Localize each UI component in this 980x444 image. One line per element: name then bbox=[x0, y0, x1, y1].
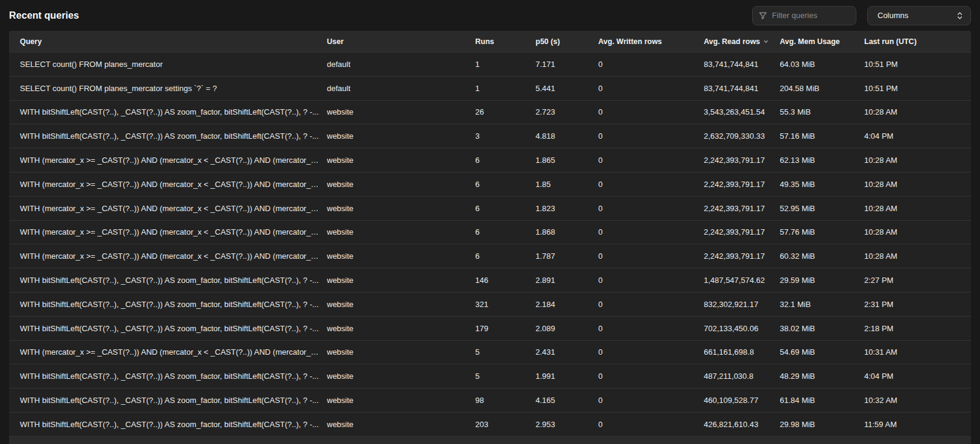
table-row[interactable]: WITH bitShiftLeft(CAST(?..), _CAST(?..))… bbox=[9, 364, 971, 388]
table-row[interactable]: WITH (mercator_x >= _CAST(?..)) AND (mer… bbox=[9, 244, 971, 268]
cell-p50: 2.089 bbox=[536, 324, 598, 333]
cell-avg-read-rows: 702,133,450.06 bbox=[704, 324, 780, 333]
table-row[interactable]: WITH (mercator_x >= _CAST(?..)) AND (mer… bbox=[9, 340, 971, 364]
cell-avg-written-rows: 0 bbox=[598, 227, 704, 236]
cell-avg-read-rows: 2,242,393,791.17 bbox=[704, 204, 780, 213]
cell-avg-read-rows: 2,242,393,791.17 bbox=[704, 252, 780, 261]
cell-runs: 1 bbox=[475, 84, 536, 93]
column-header-query[interactable]: Query bbox=[20, 37, 327, 46]
cell-user: website bbox=[327, 276, 475, 285]
table-row[interactable]: WITH (mercator_x >= _CAST(?..)) AND (mer… bbox=[9, 196, 971, 220]
cell-last-run: 4:04 PM bbox=[864, 132, 971, 141]
cell-avg-written-rows: 0 bbox=[598, 180, 704, 189]
cell-avg-mem-usage: 55.3 MiB bbox=[780, 107, 864, 116]
cell-last-run: 10:51 PM bbox=[864, 84, 971, 93]
filter-queries-input[interactable] bbox=[772, 11, 850, 20]
cell-query: WITH bitShiftLeft(CAST(?..), _CAST(?..))… bbox=[20, 107, 327, 116]
filter-queries-input-wrapper[interactable] bbox=[752, 6, 856, 25]
table-row[interactable]: WITH (mercator_x >= _CAST(?..)) AND (mer… bbox=[9, 172, 971, 196]
cell-query: WITH bitShiftLeft(CAST(?..), _CAST(?..))… bbox=[20, 276, 327, 285]
cell-last-run: 10:32 AM bbox=[864, 396, 971, 405]
column-header-user[interactable]: User bbox=[327, 37, 475, 46]
cell-avg-written-rows: 0 bbox=[598, 396, 704, 405]
table-row[interactable]: SELECT count() FROM planes_mercator defa… bbox=[9, 52, 971, 76]
cell-query: WITH (mercator_x >= _CAST(?..)) AND (mer… bbox=[20, 204, 327, 213]
cell-user: default bbox=[327, 84, 475, 93]
table-header-row: Query User Runs p50 (s) Avg. Written row… bbox=[9, 31, 971, 52]
cell-last-run: 4:04 PM bbox=[864, 372, 971, 381]
cell-p50: 2.723 bbox=[536, 107, 598, 116]
cell-query: WITH bitShiftLeft(CAST(?..), _CAST(?..))… bbox=[20, 372, 327, 381]
column-header-label: Last run (UTC) bbox=[864, 37, 917, 46]
table-row[interactable]: WITH (mercator_x >= _CAST(?..)) AND (mer… bbox=[9, 220, 971, 244]
cell-avg-written-rows: 0 bbox=[598, 132, 704, 141]
cell-p50: 2.953 bbox=[536, 420, 598, 429]
cell-p50: 5.441 bbox=[536, 84, 598, 93]
cell-avg-mem-usage: 54.69 MiB bbox=[780, 347, 864, 357]
cell-last-run: 2:31 PM bbox=[864, 300, 971, 309]
cell-user: website bbox=[327, 204, 475, 213]
toolbar-controls: Columns bbox=[752, 6, 971, 25]
cell-query: WITH bitShiftLeft(CAST(?..), _CAST(?..))… bbox=[20, 300, 327, 309]
cell-user: website bbox=[327, 347, 475, 357]
cell-avg-mem-usage: 29.98 MiB bbox=[780, 420, 864, 429]
cell-user: website bbox=[327, 396, 475, 405]
cell-avg-written-rows: 0 bbox=[598, 347, 704, 357]
cell-p50: 4.818 bbox=[536, 132, 598, 141]
column-header-p50[interactable]: p50 (s) bbox=[536, 37, 598, 46]
cell-runs: 98 bbox=[475, 396, 536, 405]
column-header-runs[interactable]: Runs bbox=[475, 37, 536, 46]
cell-query: SELECT count() FROM planes_mercator bbox=[20, 60, 327, 69]
cell-avg-mem-usage: 38.02 MiB bbox=[780, 324, 864, 333]
cell-avg-mem-usage: 48.29 MiB bbox=[780, 372, 864, 381]
cell-avg-written-rows: 0 bbox=[598, 420, 704, 429]
column-header-avg-mem-usage[interactable]: Avg. Mem Usage bbox=[780, 37, 864, 46]
cell-query: WITH (mercator_x >= _CAST(?..)) AND (mer… bbox=[20, 156, 327, 165]
cell-avg-mem-usage: 29.59 MiB bbox=[780, 276, 864, 285]
cell-user: website bbox=[327, 132, 475, 141]
cell-avg-written-rows: 0 bbox=[598, 372, 704, 381]
table-row[interactable]: WITH bitShiftLeft(CAST(?..), _CAST(?..))… bbox=[9, 124, 971, 148]
cell-avg-read-rows: 661,161,698.8 bbox=[704, 347, 780, 357]
column-header-avg-read-rows[interactable]: Avg. Read rows bbox=[704, 37, 780, 46]
column-header-avg-written-rows[interactable]: Avg. Written rows bbox=[598, 37, 704, 46]
cell-runs: 6 bbox=[475, 252, 536, 261]
cell-avg-written-rows: 0 bbox=[598, 204, 704, 213]
cell-avg-mem-usage: 32.1 MiB bbox=[780, 300, 864, 309]
table-row[interactable]: WITH bitShiftLeft(CAST(?..), _CAST(?..))… bbox=[9, 268, 971, 292]
cell-user: website bbox=[327, 372, 475, 381]
up-down-chevron-icon bbox=[956, 11, 963, 21]
table-row[interactable]: WITH (mercator_x >= _CAST(?..)) AND (mer… bbox=[9, 148, 971, 172]
cell-p50: 2.184 bbox=[536, 300, 598, 309]
column-header-label: Avg. Mem Usage bbox=[780, 37, 840, 46]
cell-avg-written-rows: 0 bbox=[598, 156, 704, 165]
column-header-label: p50 (s) bbox=[536, 37, 560, 46]
table-row[interactable]: WITH bitShiftLeft(CAST(?..), _CAST(?..))… bbox=[9, 388, 971, 412]
table-row[interactable]: WITH bitShiftLeft(CAST(?..), _CAST(?..))… bbox=[9, 292, 971, 316]
cell-last-run: 10:31 AM bbox=[864, 347, 971, 357]
cell-user: website bbox=[327, 324, 475, 333]
table-row[interactable]: WITH bitShiftLeft(CAST(?..), _CAST(?..))… bbox=[9, 100, 971, 124]
cell-user: website bbox=[327, 420, 475, 429]
cell-runs: 1 bbox=[475, 60, 536, 69]
table-row[interactable]: SELECT count() FROM planes_mercator sett… bbox=[9, 76, 971, 100]
cell-avg-read-rows: 460,109,528.77 bbox=[704, 396, 780, 405]
cell-avg-written-rows: 0 bbox=[598, 324, 704, 333]
cell-avg-read-rows: 426,821,610.43 bbox=[704, 420, 780, 429]
cell-avg-mem-usage: 49.35 MiB bbox=[780, 180, 864, 189]
column-header-last-run[interactable]: Last run (UTC) bbox=[864, 37, 971, 46]
cell-avg-read-rows: 2,242,393,791.17 bbox=[704, 156, 780, 165]
cell-runs: 3 bbox=[475, 132, 536, 141]
cell-avg-written-rows: 0 bbox=[598, 107, 704, 116]
cell-avg-read-rows: 2,242,393,791.17 bbox=[704, 180, 780, 189]
cell-p50: 1.868 bbox=[536, 227, 598, 236]
table-row[interactable]: WITH bitShiftLeft(CAST(?..), _CAST(?..))… bbox=[9, 412, 971, 436]
cell-user: website bbox=[327, 227, 475, 236]
cell-avg-written-rows: 0 bbox=[598, 252, 704, 261]
table-body: SELECT count() FROM planes_mercator defa… bbox=[9, 52, 971, 436]
cell-last-run: 10:51 PM bbox=[864, 60, 971, 69]
cell-avg-mem-usage: 204.58 MiB bbox=[780, 84, 864, 93]
columns-dropdown[interactable]: Columns bbox=[867, 6, 971, 25]
cell-avg-mem-usage: 64.03 MiB bbox=[780, 60, 864, 69]
table-row[interactable]: WITH bitShiftLeft(CAST(?..), _CAST(?..))… bbox=[9, 316, 971, 340]
